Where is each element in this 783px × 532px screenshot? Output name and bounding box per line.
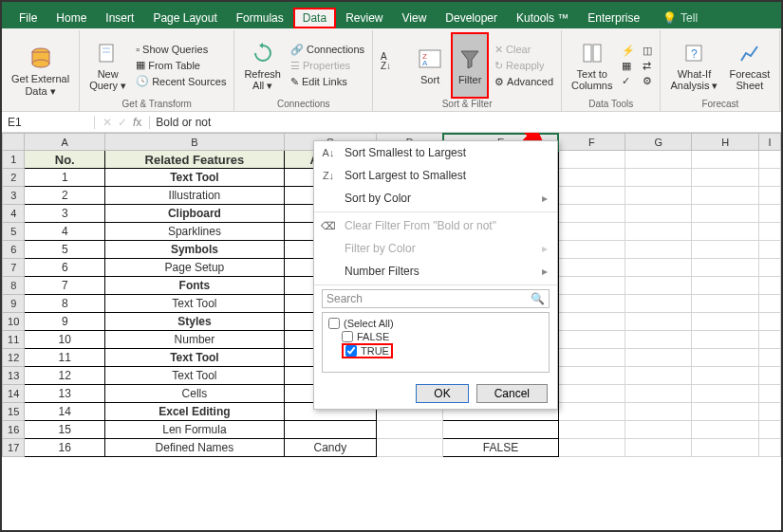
refresh-all-button[interactable]: RefreshAll ▾ (240, 32, 285, 99)
cell-G2[interactable] (625, 169, 692, 187)
cell-B6[interactable]: Symbols (105, 241, 285, 259)
tab-enterprise[interactable]: Enterprise (578, 8, 649, 28)
tab-view[interactable]: View (393, 8, 437, 28)
cell-B13[interactable]: Text Tool (105, 367, 285, 385)
data-validation-button[interactable]: ✓ (620, 74, 637, 88)
cell-F7[interactable] (558, 259, 625, 277)
tab-insert[interactable]: Insert (96, 8, 143, 28)
cell-I16[interactable] (758, 421, 780, 439)
ok-button[interactable]: OK (416, 384, 468, 403)
cell-C17[interactable]: Candy (284, 439, 376, 457)
forecast-sheet-button[interactable]: ForecastSheet (725, 32, 774, 99)
remove-dup-button[interactable]: ▦ (620, 59, 637, 73)
cell-G13[interactable] (625, 367, 692, 385)
cell-H10[interactable] (692, 313, 758, 331)
column-header-F[interactable]: F (558, 134, 625, 151)
row-header-1[interactable]: 1 (3, 151, 25, 169)
row-header-8[interactable]: 8 (3, 277, 25, 295)
false-checkbox[interactable]: FALSE (342, 330, 543, 343)
tab-file[interactable]: File (9, 8, 47, 28)
cell-I3[interactable] (758, 187, 780, 205)
cell-I15[interactable] (758, 403, 780, 421)
row-header-13[interactable]: 13 (3, 367, 25, 385)
cell-G12[interactable] (625, 349, 692, 367)
cell-F17[interactable] (558, 439, 625, 457)
cell-G4[interactable] (625, 205, 692, 223)
sort-color-item[interactable]: Sort by Color▸ (314, 187, 557, 210)
cell-A4[interactable]: 3 (25, 205, 105, 223)
header-cell-I[interactable] (758, 151, 780, 169)
cell-H9[interactable] (692, 295, 758, 313)
cell-I4[interactable] (758, 205, 780, 223)
row-header-5[interactable]: 5 (3, 223, 25, 241)
row-header-9[interactable]: 9 (3, 295, 25, 313)
cell-H7[interactable] (692, 259, 758, 277)
header-cell-A[interactable]: No. (25, 151, 105, 169)
cell-F2[interactable] (558, 169, 625, 187)
tab-formulas[interactable]: Formulas (227, 8, 293, 28)
cell-I6[interactable] (758, 241, 780, 259)
cell-D17[interactable] (376, 439, 442, 457)
cell-I12[interactable] (758, 349, 780, 367)
cell-I5[interactable] (758, 223, 780, 241)
cell-H14[interactable] (692, 385, 758, 403)
cell-A12[interactable]: 11 (25, 349, 105, 367)
header-cell-B[interactable]: Related Features (105, 151, 285, 169)
row-header-15[interactable]: 15 (3, 403, 25, 421)
cell-I13[interactable] (758, 367, 780, 385)
cell-H15[interactable] (692, 403, 758, 421)
select-all-checkbox[interactable]: (Select All) (328, 317, 543, 330)
cell-F3[interactable] (558, 187, 625, 205)
get-external-data-button[interactable]: Get ExternalData ▾ (8, 32, 73, 109)
consolidate-button[interactable]: ◫ (641, 44, 654, 58)
cell-A13[interactable]: 12 (25, 367, 105, 385)
header-cell-H[interactable] (692, 151, 758, 169)
cell-H12[interactable] (692, 349, 758, 367)
cancel-formula-icon[interactable]: ✕ (103, 116, 112, 129)
cell-A2[interactable]: 1 (25, 169, 105, 187)
cell-H13[interactable] (692, 367, 758, 385)
row-header-12[interactable]: 12 (3, 349, 25, 367)
cell-A17[interactable]: 16 (25, 439, 105, 457)
cell-F10[interactable] (558, 313, 625, 331)
cell-I17[interactable] (758, 439, 780, 457)
cell-F14[interactable] (558, 385, 625, 403)
row-header-17[interactable]: 17 (3, 439, 25, 457)
cell-I7[interactable] (758, 259, 780, 277)
cell-I14[interactable] (758, 385, 780, 403)
cell-D16[interactable] (376, 421, 442, 439)
connections-button[interactable]: 🔗 Connections (289, 43, 366, 57)
filter-search-input[interactable]: Search🔍 (322, 289, 550, 308)
cell-F11[interactable] (558, 331, 625, 349)
row-header-6[interactable]: 6 (3, 241, 25, 259)
cell-F5[interactable] (558, 223, 625, 241)
cell-B3[interactable]: Illustration (105, 187, 285, 205)
cell-B11[interactable]: Number (105, 331, 285, 349)
cell-G14[interactable] (625, 385, 692, 403)
enter-formula-icon[interactable]: ✓ (118, 116, 127, 129)
true-checkbox[interactable]: TRUE (342, 343, 393, 358)
row-header-10[interactable]: 10 (3, 313, 25, 331)
fx-icon[interactable]: fx (133, 116, 141, 129)
tab-pagelayout[interactable]: Page Layout (143, 8, 226, 28)
cell-A6[interactable]: 5 (25, 241, 105, 259)
cell-I10[interactable] (758, 313, 780, 331)
header-cell-F[interactable] (558, 151, 625, 169)
cell-A11[interactable]: 10 (25, 331, 105, 349)
cell-B4[interactable]: Clipboard (105, 205, 285, 223)
cell-B5[interactable]: Sparklines (105, 223, 285, 241)
cell-G8[interactable] (625, 277, 692, 295)
cell-H5[interactable] (692, 223, 758, 241)
sort-asc-item[interactable]: A↓Sort Smallest to Largest (314, 141, 557, 164)
what-if-button[interactable]: ? What-IfAnalysis ▾ (666, 32, 721, 99)
cell-A3[interactable]: 2 (25, 187, 105, 205)
column-header-B[interactable]: B (105, 134, 285, 151)
cancel-button[interactable]: Cancel (476, 384, 548, 403)
cell-A7[interactable]: 6 (25, 259, 105, 277)
cell-B12[interactable]: Text Tool (105, 349, 285, 367)
cell-G17[interactable] (625, 439, 692, 457)
row-header-4[interactable]: 4 (3, 205, 25, 223)
number-filters-item[interactable]: Number Filters▸ (314, 260, 557, 283)
cell-G16[interactable] (625, 421, 692, 439)
cell-A10[interactable]: 9 (25, 313, 105, 331)
